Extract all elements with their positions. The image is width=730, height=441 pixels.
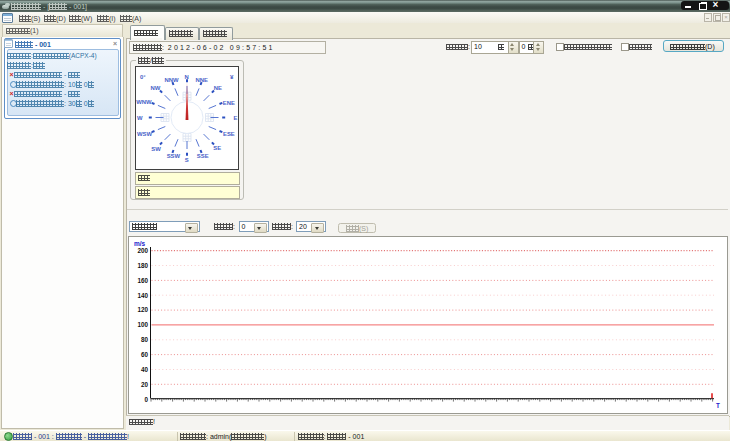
svg-text:S: S — [185, 157, 189, 163]
svg-text:WNW: WNW — [136, 99, 152, 105]
svg-text:ESE: ESE — [223, 131, 235, 137]
svg-text:180: 180 — [137, 262, 148, 269]
svg-text:SW: SW — [151, 146, 161, 152]
svg-text:80: 80 — [141, 336, 149, 343]
svg-text:SE: SE — [213, 145, 221, 151]
svg-text:NE: NE — [214, 85, 222, 91]
svg-text:120: 120 — [137, 306, 148, 313]
svg-text:0: 0 — [144, 396, 148, 403]
svg-text:m/s: m/s — [134, 240, 146, 247]
svg-text:NNW: NNW — [164, 77, 179, 83]
svg-text:T: T — [716, 402, 720, 409]
svg-text:40: 40 — [141, 366, 149, 373]
svg-text:0°: 0° — [140, 74, 146, 80]
svg-text:NNE: NNE — [196, 77, 209, 83]
svg-text:160: 160 — [137, 277, 148, 284]
svg-text:SSE: SSE — [197, 153, 209, 159]
svg-text:N: N — [184, 74, 188, 80]
svg-text:100: 100 — [137, 321, 148, 328]
svg-text:W: W — [137, 115, 143, 121]
svg-text:¥: ¥ — [230, 73, 234, 80]
svg-text:NW: NW — [150, 85, 160, 91]
svg-text:140: 140 — [137, 292, 148, 299]
svg-text:200: 200 — [137, 247, 148, 254]
svg-text:ENE: ENE — [223, 100, 235, 106]
svg-text:20: 20 — [141, 381, 149, 388]
svg-text:E: E — [234, 115, 238, 121]
svg-text:60: 60 — [141, 351, 149, 358]
svg-text:SSW: SSW — [167, 153, 181, 159]
svg-text:WSW: WSW — [137, 131, 152, 137]
